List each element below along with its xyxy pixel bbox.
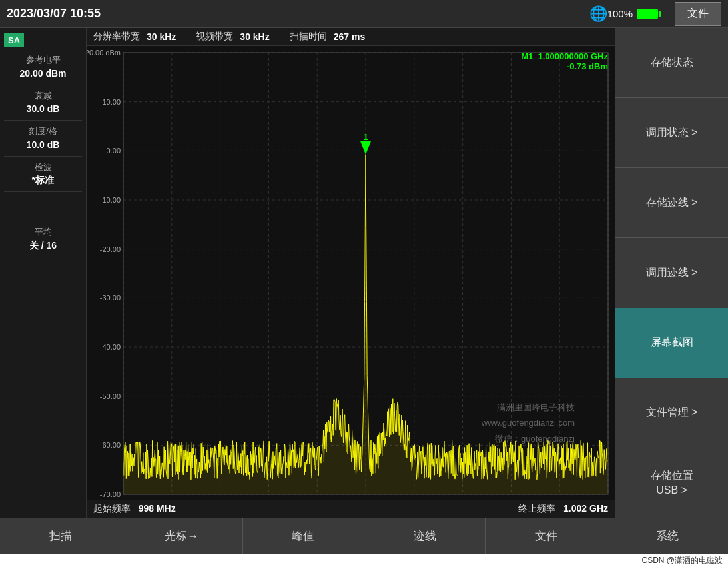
system-button[interactable]: 系统 [607,518,728,554]
sweep-label: 扫描时间 [290,31,327,43]
bottom-bar: 扫描 光标→ 峰值 迹线 文件 系统 [0,518,728,554]
recall-trace-button[interactable]: 调用迹线 > [615,238,728,308]
scan-button[interactable]: 扫描 [0,518,121,554]
avg-value: 关 / 16 [4,239,82,253]
scale-value: 10.0 dB [4,138,82,152]
storage-location-button[interactable]: 存储位置USB > [615,448,728,518]
save-state-button[interactable]: 存储状态 [615,28,728,98]
detect-block: 检波 *标准 [4,161,82,193]
datetime-display: 2023/03/07 10:55 [7,7,583,21]
detect-value: *标准 [4,173,82,187]
left-panel: SA 参考电平 20.00 dBm 衰减 30.0 dB 刻度/格 10.0 d… [0,28,87,518]
vid-bw-value: 30 kHz [240,31,269,42]
spectrum-canvas [87,46,615,500]
scale-label: 刻度/格 [4,125,82,138]
signal-icon: 🌐 [589,5,607,23]
avg-label: 平均 [4,225,82,239]
ref-level-value: 20.00 dBm [4,67,82,81]
footer-credit: CSDN @潇洒的电磁波 [0,554,728,567]
peak-button[interactable]: 峰值 [243,518,364,554]
spectrum-display: M1 1.000000000 GHz -0.73 dBm 满洲里国峰电子科技 w… [87,46,615,500]
atten-block: 衰减 30.0 dB [4,89,82,121]
file-bottom-button[interactable]: 文件 [486,518,607,554]
cursor-button[interactable]: 光标→ [121,518,242,554]
battery-icon [637,9,661,19]
battery-area: 100% [607,8,661,19]
file-top-button[interactable]: 文件 [675,2,721,26]
scale-block: 刻度/格 10.0 dB [4,125,82,157]
recall-state-button[interactable]: 调用状态 > [615,98,728,168]
sa-badge: SA [4,33,24,47]
atten-label: 衰减 [4,89,82,103]
atten-value: 30.0 dB [4,102,82,116]
start-freq-label: 起始频率 998 MHz [93,503,176,515]
credit-text: CSDN @潇洒的电磁波 [641,556,723,565]
top-bar: 2023/03/07 10:55 🌐 100% 文件 [0,0,728,28]
chart-header: 分辨率带宽 30 kHz 视频带宽 30 kHz 扫描时间 267 ms [87,28,615,46]
chart-area: 分辨率带宽 30 kHz 视频带宽 30 kHz 扫描时间 267 ms M1 … [87,28,615,518]
chart-footer: 起始频率 998 MHz 终止频率 1.002 GHz [87,500,615,518]
ref-level-block: 参考电平 20.00 dBm [4,53,82,85]
save-trace-button[interactable]: 存储迹线 > [615,168,728,238]
detect-label: 检波 [4,161,82,174]
sweep-value: 267 ms [334,31,365,42]
res-bw-label: 分辨率带宽 [93,31,140,43]
battery-percent: 100% [607,8,633,19]
screenshot-button[interactable]: 屏幕截图 [615,308,728,378]
file-manager-button[interactable]: 文件管理 > [615,378,728,448]
trace-button[interactable]: 迹线 [364,518,486,554]
main-content: SA 参考电平 20.00 dBm 衰减 30.0 dB 刻度/格 10.0 d… [0,28,728,518]
stop-freq-label: 终止频率 1.002 GHz [518,503,608,515]
ref-level-label: 参考电平 [4,53,82,67]
right-panel: 存储状态 调用状态 > 存储迹线 > 调用迹线 > 屏幕截图 文件管理 > 存储… [615,28,728,518]
vid-bw-label: 视频带宽 [196,31,233,43]
res-bw-value: 30 kHz [147,31,176,42]
avg-block: 平均 关 / 16 [4,225,82,257]
